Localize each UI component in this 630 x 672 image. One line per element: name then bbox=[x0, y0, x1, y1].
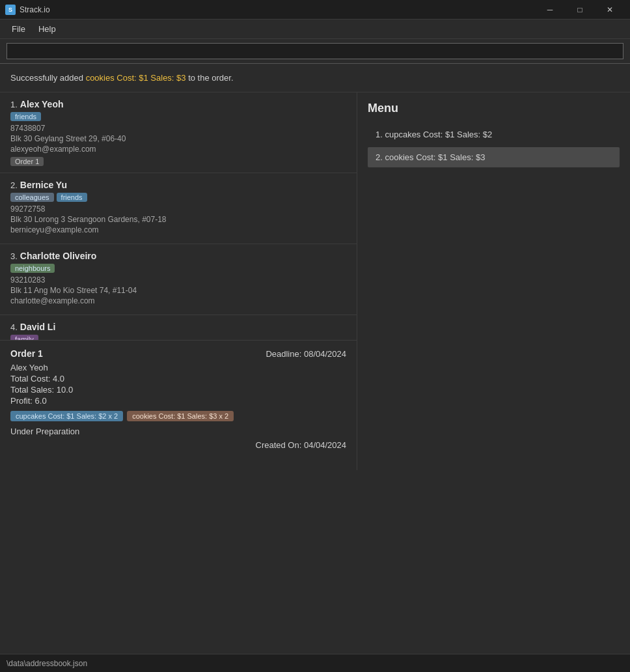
contact-address: Blk 11 Ang Mo Kio Street 74, #11-04 bbox=[10, 286, 346, 295]
tag-friends: friends bbox=[57, 193, 87, 202]
order-total-cost: Total Cost: 4.0 bbox=[10, 374, 346, 384]
order-created-on: Created On: 04/04/2024 bbox=[10, 440, 346, 450]
menu-bar: File Help bbox=[0, 20, 630, 39]
menu-file[interactable]: File bbox=[5, 21, 32, 36]
contact-number: 2. bbox=[10, 180, 18, 190]
order-customer: Alex Yeoh bbox=[10, 363, 346, 372]
contact-tags: neighbours bbox=[10, 264, 346, 273]
contact-name: Bernice Yu bbox=[20, 180, 67, 190]
app-title: Strack.io bbox=[20, 5, 50, 14]
contact-phone: 93210283 bbox=[10, 275, 346, 285]
search-bar-container bbox=[0, 39, 630, 64]
contact-header: 1. Alex Yeoh bbox=[10, 99, 346, 109]
contact-item-charlotte-oliveiro[interactable]: 3. Charlotte Oliveiro neighbours 9321028… bbox=[0, 244, 357, 315]
contact-name: David Li bbox=[20, 322, 55, 332]
title-bar-left: S Strack.io bbox=[5, 5, 50, 15]
main-area: 1. Alex Yeoh friends 87438807 Blk 30 Gey… bbox=[0, 92, 630, 470]
left-panel: 1. Alex Yeoh friends 87438807 Blk 30 Gey… bbox=[0, 92, 357, 470]
contact-name: Charlotte Oliveiro bbox=[20, 251, 96, 261]
menu-help[interactable]: Help bbox=[32, 21, 62, 36]
contact-number: 4. bbox=[10, 322, 18, 332]
order-header: Order 1 Deadline: 08/04/2024 bbox=[10, 348, 346, 359]
success-message: Successfully added cookies Cost: $1 Sale… bbox=[0, 64, 630, 92]
contact-address: Blk 30 Geylang Street 29, #06-40 bbox=[10, 134, 346, 143]
order-deadline: Deadline: 08/04/2024 bbox=[266, 349, 346, 359]
tag-neighbours: neighbours bbox=[10, 264, 55, 273]
contact-email: berniceyu@example.com bbox=[10, 225, 346, 234]
contact-tags: family bbox=[10, 335, 346, 340]
maximize-button[interactable]: □ bbox=[565, 0, 595, 20]
contacts-list: 1. Alex Yeoh friends 87438807 Blk 30 Gey… bbox=[0, 92, 357, 340]
contact-tags: colleagues friends bbox=[10, 193, 346, 202]
window-controls: ─ □ ✕ bbox=[535, 0, 625, 20]
menu-list-item-cookies[interactable]: 2. cookies Cost: $1 Sales: $3 bbox=[368, 147, 620, 167]
contact-phone: 87438807 bbox=[10, 124, 346, 133]
tag-colleagues: colleagues bbox=[10, 193, 54, 202]
order-status: Under Preparation bbox=[10, 427, 346, 436]
order-item-badges: cupcakes Cost: $1 Sales: $2 x 2 cookies … bbox=[10, 411, 346, 421]
item-badge-cookies[interactable]: cookies Cost: $1 Sales: $3 x 2 bbox=[127, 411, 234, 421]
contact-phone: 99272758 bbox=[10, 204, 346, 214]
menu-list-item-cupcakes[interactable]: 1. cupcakes Cost: $1 Sales: $2 bbox=[368, 124, 620, 145]
order-profit: Profit: 6.0 bbox=[10, 396, 346, 406]
minimize-button[interactable]: ─ bbox=[535, 0, 565, 20]
contact-email: alexyeoh@example.com bbox=[10, 145, 346, 154]
menu-panel-title: Menu bbox=[368, 102, 620, 115]
item-badge-cupcakes[interactable]: cupcakes Cost: $1 Sales: $2 x 2 bbox=[10, 411, 123, 421]
search-input[interactable] bbox=[7, 43, 623, 59]
close-button[interactable]: ✕ bbox=[595, 0, 625, 20]
app-icon: S bbox=[5, 5, 16, 15]
contact-item-david-li[interactable]: 4. David Li family bbox=[0, 315, 357, 340]
contact-item-alex-yeoh[interactable]: 1. Alex Yeoh friends 87438807 Blk 30 Gey… bbox=[0, 92, 357, 173]
contact-number: 3. bbox=[10, 251, 18, 261]
contact-header: 2. Bernice Yu bbox=[10, 180, 346, 190]
order-title: Order 1 bbox=[10, 348, 43, 359]
contact-address: Blk 30 Lorong 3 Serangoon Gardens, #07-1… bbox=[10, 215, 346, 224]
title-bar: S Strack.io ─ □ ✕ bbox=[0, 0, 630, 20]
order-total-sales: Total Sales: 10.0 bbox=[10, 385, 346, 395]
contact-name: Alex Yeoh bbox=[20, 99, 64, 109]
tag-friends: friends bbox=[10, 112, 41, 121]
contact-header: 3. Charlotte Oliveiro bbox=[10, 251, 346, 261]
contact-item-bernice-yu[interactable]: 2. Bernice Yu colleagues friends 9927275… bbox=[0, 173, 357, 244]
tag-family: family bbox=[10, 335, 38, 340]
contact-number: 1. bbox=[10, 100, 18, 109]
order-badge[interactable]: Order 1 bbox=[10, 157, 44, 166]
contact-header: 4. David Li bbox=[10, 322, 346, 332]
contact-email: charlotte@example.com bbox=[10, 296, 346, 305]
order-detail-panel: Order 1 Deadline: 08/04/2024 Alex Yeoh T… bbox=[0, 340, 357, 470]
contact-tags: friends bbox=[10, 112, 346, 121]
status-bar: \data\addressbook.json bbox=[0, 654, 630, 672]
menu-panel: Menu 1. cupcakes Cost: $1 Sales: $2 2. c… bbox=[357, 92, 630, 470]
status-text: \data\addressbook.json bbox=[7, 659, 87, 668]
